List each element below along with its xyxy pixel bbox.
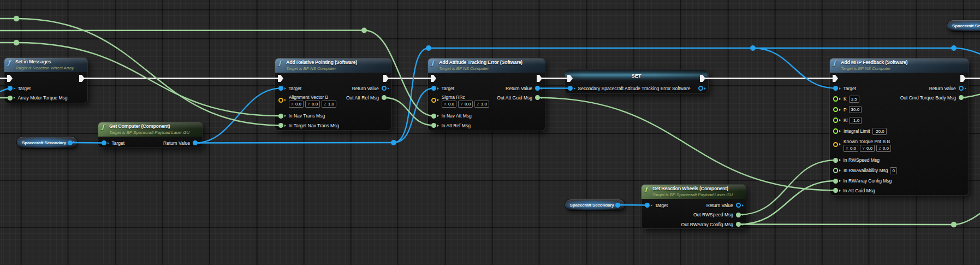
- value-box[interactable]: Z1.0: [474, 101, 489, 108]
- value-box[interactable]: Y0.0: [860, 145, 875, 152]
- node-get-reaction-wheels-component-getrw[interactable]: ƒGet Reaction Wheels (Component)Target i…: [642, 185, 746, 228]
- pin-out-rwspeed-msg[interactable]: [736, 213, 741, 217]
- value-text: 0.0: [295, 102, 301, 107]
- value-box[interactable]: -1.0: [850, 117, 862, 124]
- value-box[interactable]: 30.0: [849, 106, 862, 113]
- pin-target[interactable]: [278, 86, 283, 91]
- pin-return-value[interactable]: [736, 203, 741, 208]
- pin-k[interactable]: [833, 96, 838, 101]
- reroute-dot-dg1[interactable]: [14, 16, 19, 21]
- output-pin-sc2[interactable]: [615, 203, 620, 208]
- value-box[interactable]: 3.5: [849, 96, 859, 103]
- pin-target[interactable]: [645, 203, 650, 208]
- pin-sigma-rrc[interactable]: [431, 98, 436, 103]
- blueprint-graph-canvas[interactable]: ƒSet in MessagesTarget is Reaction Wheel…: [0, 0, 980, 265]
- wire-message-27[interactable]: [739, 160, 836, 215]
- value-box[interactable]: 0: [890, 167, 896, 174]
- pin-value[interactable]: [698, 86, 703, 91]
- pin-target[interactable]: [8, 86, 13, 91]
- node-get-computer-component-getcomp[interactable]: ƒGet Computer (Component)Target is BP Sp…: [98, 122, 203, 148]
- value-text: 0.0: [312, 102, 318, 107]
- pin-out-rwarray-config-msg[interactable]: [736, 222, 741, 227]
- pin-in-rwavailability-msg[interactable]: [833, 168, 838, 173]
- wire-object-8[interactable]: [195, 89, 281, 143]
- set-node-title: SET: [565, 73, 708, 79]
- exec-in-pin[interactable]: [431, 75, 436, 82]
- wire-object-11[interactable]: [394, 48, 429, 143]
- exec-out-pin[interactable]: [383, 75, 389, 82]
- wire-message-29[interactable]: [739, 225, 954, 225]
- value-box[interactable]: Z0.0: [876, 145, 891, 152]
- pin-return-value[interactable]: [959, 86, 964, 91]
- value-box[interactable]: X0.0: [844, 145, 858, 152]
- exec-in-pin[interactable]: [278, 75, 283, 82]
- exec-out-pin[interactable]: [960, 75, 966, 82]
- value-box[interactable]: Z1.0: [322, 101, 336, 108]
- node-add-mrp-feedback-software-mrp[interactable]: ƒAdd MRP Feedback (Software)Target is BP…: [830, 58, 969, 195]
- value-box[interactable]: X0.0: [442, 101, 456, 108]
- pin-out-cmd-torque-body-msg[interactable]: [959, 95, 964, 100]
- pin-in-nav-att-msg[interactable]: [431, 114, 436, 119]
- pin-target[interactable]: [431, 86, 436, 91]
- pin-array-motor-torque-msg[interactable]: [8, 96, 13, 101]
- pin-in-rwspeed-msg[interactable]: [833, 158, 838, 163]
- node-add-relative-pointing-software-addrel[interactable]: ƒAdd Relative Pointing (Software)Target …: [275, 58, 391, 130]
- exec-in-pin[interactable]: [7, 75, 13, 82]
- wire-object-9[interactable]: [195, 143, 394, 143]
- pin-row: Out Att Guid Msg: [497, 93, 542, 102]
- exec-out-pin[interactable]: [79, 75, 85, 82]
- pin-return-value[interactable]: [193, 140, 198, 145]
- variable-node-spacecraft-secondary-sc1[interactable]: Spacecraft Secondary: [17, 137, 77, 148]
- exec-in-pin[interactable]: [833, 75, 838, 82]
- pin-secondary-spacecraft-attitude-tracking-error-software[interactable]: [568, 86, 573, 91]
- pin-row: Target: [278, 84, 301, 93]
- reroute-dot-dg2[interactable]: [14, 40, 19, 45]
- pin-integral-limit[interactable]: [833, 128, 838, 133]
- reroute-dot-db2[interactable]: [426, 45, 431, 51]
- pin-label: P: [844, 107, 847, 113]
- pin-in-nav-trans-msg[interactable]: [278, 114, 283, 119]
- pin-out-att-ref-msg[interactable]: [382, 95, 387, 100]
- reroute-dot-dg4[interactable]: [951, 222, 957, 227]
- value-box[interactable]: Y0.0: [458, 101, 473, 108]
- variable-node-spacecraft-secondary-sc2[interactable]: Spacecraft Secondary: [565, 199, 625, 210]
- output-pin-sc1[interactable]: [68, 140, 73, 145]
- reroute-dot-db1[interactable]: [391, 140, 396, 145]
- pin-in-target-nav-trans-msg[interactable]: [278, 123, 283, 128]
- node-header: ƒGet Reaction Wheels (Component)Target i…: [642, 185, 746, 199]
- pin-known-torque-pnt-b-b[interactable]: [833, 142, 838, 147]
- pin-return-value[interactable]: [382, 86, 387, 91]
- node-add-attitude-tracking-error-software-addatt[interactable]: ƒAdd Attitude Tracking Error (Software)T…: [428, 58, 545, 131]
- pin-label: Target: [655, 203, 668, 208]
- node-set-setnode[interactable]: SETSecondary Spacecraft Attitude Trackin…: [565, 69, 708, 93]
- wire-message-24[interactable]: [384, 98, 434, 126]
- reroute-dot-db3[interactable]: [750, 45, 756, 51]
- pin-in-att-ref-msg[interactable]: [431, 123, 436, 128]
- pin-target[interactable]: [102, 140, 106, 145]
- reroute-dot-dg3[interactable]: [361, 28, 367, 33]
- exec-out-pin[interactable]: [537, 75, 542, 82]
- pin-in-att-guid-msg[interactable]: [833, 188, 838, 193]
- node-set-in-messages-sim[interactable]: ƒSet in MessagesTarget is Reaction Wheel…: [4, 58, 87, 103]
- pin-in-rwarray-config-msg[interactable]: [833, 179, 838, 184]
- value-box[interactable]: -20.0: [872, 128, 887, 135]
- pin-label: In Att Ref Msg: [442, 123, 471, 128]
- pin-return-value[interactable]: [535, 86, 540, 91]
- pin-label: Ki: [844, 117, 848, 123]
- pin-out-att-guid-msg[interactable]: [535, 95, 540, 100]
- wire-message-22[interactable]: [0, 31, 364, 31]
- value-box[interactable]: Y0.0: [305, 101, 320, 108]
- pin-alignment-vector-b[interactable]: [278, 98, 283, 103]
- pin-label: Out Att Ref Msg: [346, 95, 379, 101]
- variable-node-spacecraft-secondary-sc3[interactable]: Spacecraft Secondary: [947, 20, 980, 31]
- pin-target[interactable]: [833, 86, 838, 91]
- pin-label: Out Att Guid Msg: [497, 95, 532, 101]
- reroute-dot-db4[interactable]: [951, 45, 957, 51]
- value-box[interactable]: X0.0: [289, 101, 304, 108]
- function-icon: ƒ: [8, 59, 10, 66]
- wire-object-13[interactable]: [753, 48, 836, 89]
- wire-message-26[interactable]: [538, 98, 836, 191]
- pin-p[interactable]: [833, 107, 838, 112]
- pin-ki[interactable]: [833, 117, 838, 122]
- wire-message-28[interactable]: [739, 181, 836, 225]
